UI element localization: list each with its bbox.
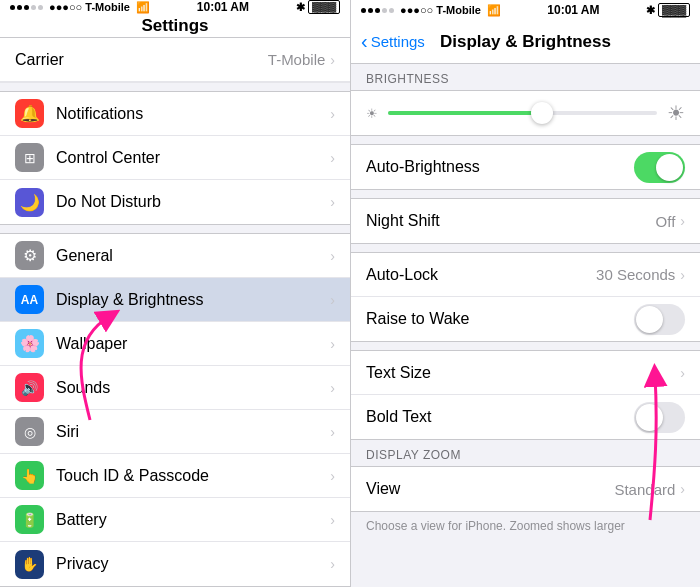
raise-to-wake-item[interactable]: Raise to Wake [351, 297, 700, 341]
privacy-icon: ✋ [21, 556, 38, 572]
group-1: 🔔 Notifications › ⊞ Control Center › 🌙 D… [0, 91, 350, 225]
display-brightness-icon-wrap: AA [15, 285, 44, 314]
auto-brightness-toggle[interactable] [634, 152, 685, 183]
siri-item[interactable]: ◎ Siri › [0, 410, 350, 454]
r-dot5 [389, 8, 394, 13]
sounds-icon-wrap: 🔊 [15, 373, 44, 402]
brightness-slider-row[interactable]: ☀ ☀ [351, 90, 700, 136]
signal-dots [10, 5, 43, 10]
general-item[interactable]: ⚙ General › [0, 234, 350, 278]
right-time: 10:01 AM [547, 3, 599, 17]
view-chevron: › [680, 481, 685, 497]
display-brightness-chevron: › [330, 292, 335, 308]
auto-lock-value: 30 Seconds [596, 266, 675, 283]
bold-text-item[interactable]: Bold Text [351, 395, 700, 439]
display-brightness-icon: AA [21, 293, 38, 307]
auto-lock-label: Auto-Lock [366, 266, 596, 284]
bold-text-toggle-knob [636, 404, 663, 431]
left-nav-bar: Settings [0, 14, 350, 38]
privacy-item[interactable]: ✋ Privacy › [0, 542, 350, 586]
siri-chevron: › [330, 424, 335, 440]
wallpaper-item[interactable]: 🌸 Wallpaper › [0, 322, 350, 366]
general-icon-wrap: ⚙ [15, 241, 44, 270]
right-nav-title: Display & Brightness [440, 32, 611, 52]
general-label: General [56, 247, 330, 265]
carrier-label: Carrier [15, 51, 268, 69]
display-zoom-section: View Standard › [351, 466, 700, 512]
do-not-disturb-label: Do Not Disturb [56, 193, 330, 211]
control-center-icon: ⊞ [24, 150, 36, 166]
do-not-disturb-item[interactable]: 🌙 Do Not Disturb › [0, 180, 350, 224]
raise-to-wake-toggle[interactable] [634, 304, 685, 335]
battery-icon: ▓▓▓ [308, 0, 340, 14]
night-shift-chevron: › [680, 213, 685, 229]
wallpaper-icon: 🌸 [20, 334, 40, 353]
left-nav-title: Settings [141, 16, 208, 36]
left-signal: ●●●○○ T-Mobile 📶 [10, 1, 150, 14]
text-size-label: Text Size [366, 364, 680, 382]
night-shift-label: Night Shift [366, 212, 656, 230]
bold-text-label: Bold Text [366, 408, 634, 426]
carrier-value: T-Mobile [268, 51, 326, 68]
siri-label: Siri [56, 423, 330, 441]
r-dot3 [375, 8, 380, 13]
notifications-chevron: › [330, 106, 335, 122]
right-bluetooth-icon: ✱ [646, 4, 655, 17]
sounds-icon: 🔊 [21, 380, 38, 396]
siri-icon-wrap: ◎ [15, 417, 44, 446]
wallpaper-icon-wrap: 🌸 [15, 329, 44, 358]
view-item[interactable]: View Standard › [351, 467, 700, 511]
display-zoom-container: DISPLAY ZOOM [351, 440, 700, 466]
privacy-label: Privacy [56, 555, 330, 573]
left-time: 10:01 AM [197, 0, 249, 14]
dot5 [38, 5, 43, 10]
do-not-disturb-chevron: › [330, 194, 335, 210]
control-center-label: Control Center [56, 149, 330, 167]
dot4 [31, 5, 36, 10]
display-brightness-item[interactable]: AA Display & Brightness › [0, 278, 350, 322]
r-dot4 [382, 8, 387, 13]
brightness-slider-fill [388, 111, 536, 115]
night-shift-item[interactable]: Night Shift Off › [351, 199, 700, 243]
text-size-item[interactable]: Text Size › [351, 351, 700, 395]
battery-label: Battery [56, 511, 330, 529]
night-shift-value: Off [656, 213, 676, 230]
battery-item-icon: 🔋 [21, 512, 38, 528]
brightness-high-icon: ☀ [667, 101, 685, 125]
sounds-label: Sounds [56, 379, 330, 397]
view-label: View [366, 480, 614, 498]
carrier-item[interactable]: Carrier T-Mobile › [0, 38, 350, 82]
battery-item[interactable]: 🔋 Battery › [0, 498, 350, 542]
text-size-chevron: › [680, 365, 685, 381]
display-zoom-header: DISPLAY ZOOM [351, 440, 700, 466]
auto-brightness-item[interactable]: Auto-Brightness [351, 145, 700, 189]
auto-lock-item[interactable]: Auto-Lock 30 Seconds › [351, 253, 700, 297]
sounds-item[interactable]: 🔊 Sounds › [0, 366, 350, 410]
general-icon: ⚙ [23, 246, 37, 265]
siri-icon: ◎ [24, 424, 36, 440]
auto-brightness-label: Auto-Brightness [366, 158, 634, 176]
bluetooth-icon: ✱ [296, 1, 305, 14]
bold-text-toggle[interactable] [634, 402, 685, 433]
back-button[interactable]: ‹ Settings [361, 32, 425, 51]
text-section: Text Size › Bold Text [351, 350, 700, 440]
touch-id-icon-wrap: 👆 [15, 461, 44, 490]
left-battery: ✱ ▓▓▓ [296, 0, 340, 14]
dot1 [10, 5, 15, 10]
notifications-item[interactable]: 🔔 Notifications › [0, 92, 350, 136]
do-not-disturb-icon-wrap: 🌙 [15, 188, 44, 217]
right-status-bar: ●●●○○ T-Mobile 📶 10:01 AM ✱ ▓▓▓ [351, 0, 700, 20]
auto-lock-section: Auto-Lock 30 Seconds › Raise to Wake [351, 252, 700, 342]
right-carrier-label: ●●●○○ T-Mobile [400, 4, 481, 16]
brightness-slider-thumb[interactable] [531, 102, 553, 124]
control-center-item[interactable]: ⊞ Control Center › [0, 136, 350, 180]
auto-brightness-toggle-knob [656, 154, 683, 181]
battery-item-icon-wrap: 🔋 [15, 505, 44, 534]
auto-brightness-section: Auto-Brightness [351, 144, 700, 190]
touch-id-icon: 👆 [21, 468, 38, 484]
left-wifi-icon: 📶 [136, 1, 150, 14]
touch-id-item[interactable]: 👆 Touch ID & Passcode › [0, 454, 350, 498]
raise-to-wake-label: Raise to Wake [366, 310, 634, 328]
touch-id-chevron: › [330, 468, 335, 484]
brightness-slider-track[interactable] [388, 111, 657, 115]
